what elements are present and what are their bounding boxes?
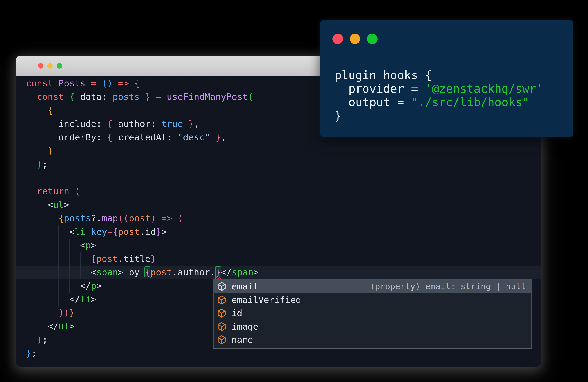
code-line: <ul> — [26, 198, 259, 212]
code-token: > — [91, 240, 96, 250]
code-token: map — [102, 213, 118, 223]
code-line: include: { author: true }, — [26, 117, 259, 131]
code-token: > — [253, 267, 259, 277]
code-token: return — [37, 186, 75, 196]
code-token: () — [102, 78, 113, 88]
screenshot-canvas: const Posts = () => { const { data: post… — [0, 0, 588, 382]
suggestion-item[interactable]: id — [213, 306, 531, 320]
code-token — [26, 105, 48, 115]
code-token: include: — [26, 119, 107, 129]
zoom-button[interactable] — [57, 63, 62, 69]
code-token — [96, 78, 102, 88]
suggestion-type-hint: (property) email: string | null — [370, 282, 531, 291]
autocomplete-dropdown[interactable]: email(property) email: string | nullemai… — [213, 279, 532, 349]
suggestion-item[interactable]: email(property) email: string | null — [213, 280, 531, 293]
code-token: } — [189, 119, 194, 129]
code-token: .id — [140, 227, 156, 237]
code-token: } — [335, 109, 341, 123]
plugin-config-code: plugin hooks { provider = '@zenstackhq/s… — [335, 67, 543, 121]
symbol-field-icon — [217, 322, 226, 331]
code-token: = — [156, 92, 161, 102]
suggestion-label: email — [231, 281, 258, 292]
plugin-config-window: plugin hooks { provider = '@zenstackhq/s… — [320, 20, 573, 137]
code-line: <li key={post.id}> — [26, 225, 259, 239]
code-token: , — [194, 119, 199, 129]
code-token: </ — [26, 281, 91, 291]
code-token — [26, 307, 59, 318]
code-token: "./src/lib/hooks" — [411, 96, 529, 109]
code-token — [26, 213, 59, 223]
code-token: plugin hooks { — [335, 69, 432, 82]
code-token — [26, 254, 91, 264]
code-line: provider = '@zenstackhq/swr' — [335, 81, 543, 94]
code-token: '@zenstackhq/swr' — [425, 82, 543, 96]
code-token — [26, 92, 37, 102]
code-token: { — [91, 254, 96, 264]
symbol-field-icon — [217, 295, 226, 305]
code-token — [26, 146, 48, 156]
code-token: ( — [248, 92, 253, 102]
code-token: const — [37, 92, 69, 102]
code-token: .author. — [172, 267, 215, 277]
code-token — [85, 227, 91, 237]
code-token: .title — [118, 254, 150, 264]
code-token — [112, 78, 118, 88]
code-line: ); — [26, 158, 259, 171]
code-token: < — [26, 267, 96, 277]
code-token: { — [107, 119, 112, 129]
code-token: data: — [75, 92, 112, 102]
code-token: true — [161, 119, 183, 129]
code-token: } — [215, 132, 221, 142]
code-token: { — [107, 132, 112, 142]
code-token: post — [118, 227, 140, 237]
code-line: } — [335, 108, 543, 121]
code-token: posts — [112, 92, 140, 102]
code-token: > — [91, 294, 96, 305]
code-token: { — [69, 92, 75, 102]
code-token: ) — [64, 307, 69, 318]
suggestion-item[interactable]: name — [213, 333, 531, 346]
code-line: const { data: posts } = useFindManyPost( — [26, 90, 259, 104]
suggestion-label: image — [231, 322, 258, 332]
code-token: p — [91, 281, 96, 291]
code-token: ) — [59, 307, 64, 318]
suggestion-item[interactable]: emailVerified — [213, 293, 531, 306]
minimize-button[interactable] — [350, 34, 360, 44]
code-token: > — [161, 227, 167, 237]
code-token: { — [134, 78, 140, 88]
code-token: ul — [53, 200, 64, 210]
suggestion-item[interactable]: image — [213, 320, 531, 333]
symbol-field-icon — [217, 335, 226, 345]
code-token: li — [75, 227, 85, 237]
code-token: span — [96, 267, 118, 277]
code-token: Posts — [59, 78, 91, 88]
code-line: {post.title} — [26, 252, 259, 266]
code-token: ) — [37, 159, 42, 170]
close-button[interactable] — [333, 34, 343, 44]
code-token: author: — [112, 119, 161, 129]
code-line: plugin hooks { — [335, 67, 543, 81]
code-token: key — [91, 227, 107, 237]
code-token: post — [129, 213, 150, 223]
code-token: => — [161, 213, 172, 223]
code-token — [172, 213, 178, 223]
code-token: ( — [178, 213, 183, 223]
code-token: ; — [31, 348, 37, 358]
code-line — [26, 171, 259, 185]
code-token: post — [150, 267, 172, 277]
code-token: { — [59, 213, 64, 223]
code-token: > by — [118, 267, 145, 277]
code-token — [156, 213, 161, 223]
code-token: ) — [150, 213, 156, 223]
code-line: <span> by {post.author.}</span> — [26, 266, 259, 279]
code-token: li — [80, 294, 91, 305]
code-token: < — [26, 227, 75, 237]
code-token: ; — [42, 335, 47, 345]
code-line: {posts?.map((post) => ( — [26, 212, 259, 225]
minimize-button[interactable] — [47, 63, 53, 69]
code-token: ) — [37, 335, 42, 345]
code-token: p — [85, 240, 91, 250]
close-button[interactable] — [38, 63, 43, 69]
code-line: } — [26, 144, 259, 158]
zoom-button[interactable] — [367, 34, 378, 44]
